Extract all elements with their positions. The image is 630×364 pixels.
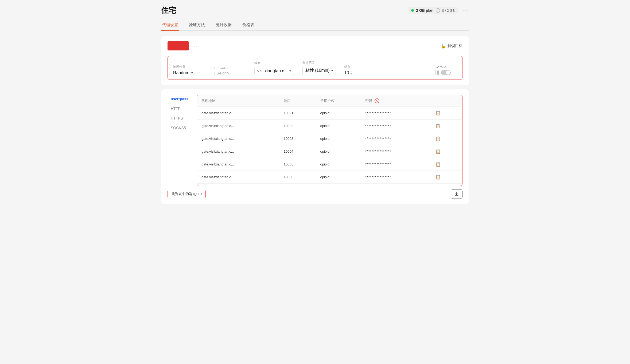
tab-auth-methods[interactable]: 验证方法 bbox=[188, 20, 206, 31]
cell-user: opioid bbox=[316, 145, 361, 158]
proxy-table-scroll[interactable]: 代理地址 端口 子用户名 密码 🚫 bbox=[197, 95, 462, 186]
filter-endpoints-group: 端点 10 ▲ ▼ bbox=[344, 65, 376, 75]
download-icon bbox=[454, 192, 459, 196]
cell-addr: gate.visitxiangtan.c... bbox=[197, 132, 279, 145]
cell-copy[interactable]: 📋 bbox=[430, 171, 462, 184]
cell-addr: gate.visitxiangtan.c... bbox=[197, 171, 279, 184]
th-actions bbox=[430, 95, 462, 107]
copy-button[interactable]: 📋 bbox=[434, 110, 442, 116]
filter-endpoints-label: 端点 bbox=[344, 65, 376, 69]
endpoints-value: 10 bbox=[344, 70, 349, 75]
copy-button[interactable]: 📋 bbox=[434, 174, 442, 180]
copy-button[interactable]: 📋 bbox=[434, 161, 442, 167]
endpoints-input: 10 ▲ ▼ bbox=[344, 70, 376, 75]
header-more-button[interactable]: ··· bbox=[463, 7, 469, 14]
cell-password: **************** bbox=[361, 120, 430, 132]
eye-slash-icon[interactable]: 🚫 bbox=[374, 98, 380, 103]
spin-up-icon[interactable]: ▲ bbox=[350, 71, 352, 73]
cell-addr: gate.visitxiangtan.c... bbox=[197, 158, 279, 171]
toggle-thumb bbox=[446, 70, 450, 75]
cell-password: **************** bbox=[361, 132, 430, 145]
cell-copy[interactable]: 📋 bbox=[430, 132, 462, 145]
tab-pricing[interactable]: 价格表 bbox=[241, 20, 255, 31]
header-right: 2 GB plan i 0 / 2 GB ··· bbox=[407, 7, 469, 14]
cell-copy[interactable]: 📋 bbox=[430, 107, 462, 120]
filter-zip-value: USA only bbox=[214, 71, 229, 75]
layout-lines-icon bbox=[435, 70, 439, 75]
cell-user: opioid bbox=[316, 184, 361, 186]
layout-toggle[interactable] bbox=[441, 70, 451, 75]
cell-user: opioid bbox=[316, 171, 361, 184]
filter-session-select[interactable]: 粘性 (10min) ▾ bbox=[302, 66, 336, 75]
cell-copy[interactable]: 📋 bbox=[430, 120, 462, 132]
cell-port: 10004 bbox=[279, 145, 316, 158]
layout-toggle-container bbox=[435, 70, 457, 75]
page-title: 住宅 bbox=[161, 5, 176, 15]
spin-down-icon[interactable]: ▼ bbox=[350, 73, 352, 75]
footer-row: 此列表中的端点: 10 bbox=[168, 189, 462, 199]
table-row: gate.visitxiangtan.c... 10002 opioid ***… bbox=[197, 120, 462, 132]
filter-domain-group: 域名 visitxiangtan.c... ▾ bbox=[254, 61, 294, 75]
layout-line-2 bbox=[437, 70, 438, 75]
unlock-button[interactable]: 🔓 解锁目标 bbox=[441, 43, 462, 49]
cell-password: **************** bbox=[361, 158, 430, 171]
filter-geo-select[interactable]: Random ▾ bbox=[173, 70, 205, 75]
filter-section: 地理位置 Random ▾ ZIP CODE USA only 域名 visit… bbox=[168, 56, 462, 80]
proxy-table-body: gate.visitxiangtan.c... 10001 opioid ***… bbox=[197, 107, 462, 186]
cell-addr: gate.visitxiangtan.c... bbox=[197, 145, 279, 158]
plan-info-icon[interactable]: i bbox=[436, 8, 440, 13]
cell-addr: gate.visitxiangtan.c... bbox=[197, 107, 279, 120]
cell-user: opioid bbox=[316, 107, 361, 120]
main-tabs: 代理设置 验证方法 统计数据 价格表 bbox=[161, 20, 469, 31]
side-tabs: user:pass HTTP HTTPS SOCKS5 bbox=[168, 95, 197, 186]
cell-port: 10005 bbox=[279, 158, 316, 171]
filter-layout-group: LAYOUT bbox=[435, 65, 457, 75]
side-tab-userpass[interactable]: user:pass bbox=[168, 95, 192, 103]
copy-button[interactable]: 📋 bbox=[434, 136, 442, 142]
endpoints-spinner[interactable]: ▲ ▼ bbox=[350, 71, 352, 75]
table-row: gate.visitxiangtan.c... 10004 opioid ***… bbox=[197, 145, 462, 158]
unlock-label: 解锁目标 bbox=[448, 43, 462, 48]
red-block bbox=[168, 41, 189, 50]
cell-copy[interactable]: 📋 bbox=[430, 158, 462, 171]
cell-port: 10003 bbox=[279, 132, 316, 145]
proxy-table-head: 代理地址 端口 子用户名 密码 🚫 bbox=[197, 95, 462, 107]
filter-geo-label: 地理位置 bbox=[173, 65, 205, 69]
lock-icon: 🔓 bbox=[441, 43, 446, 49]
filter-geo-value: Random bbox=[173, 70, 189, 75]
plan-status-dot bbox=[411, 9, 414, 12]
card-header: ··· 🔓 解锁目标 bbox=[168, 41, 462, 50]
filter-session-group: 会话类型 粘性 (10min) ▾ bbox=[302, 60, 336, 75]
filter-domain-select[interactable]: visitxiangtan.c... ▾ bbox=[254, 67, 294, 75]
cell-copy[interactable]: 📋 bbox=[430, 145, 462, 158]
tab-stats[interactable]: 统计数据 bbox=[215, 20, 233, 31]
header: 住宅 2 GB plan i 0 / 2 GB ··· bbox=[161, 5, 469, 15]
side-tab-http[interactable]: HTTP bbox=[168, 104, 192, 113]
filter-geo-group: 地理位置 Random ▾ bbox=[173, 65, 205, 75]
download-button[interactable] bbox=[451, 189, 462, 199]
side-tab-socks5[interactable]: SOCKS5 bbox=[168, 124, 192, 132]
cell-copy[interactable]: 📋 bbox=[430, 184, 462, 186]
card-more-button[interactable]: ··· bbox=[192, 43, 198, 49]
cell-user: opioid bbox=[316, 132, 361, 145]
layout-line-3 bbox=[438, 70, 439, 75]
copy-button[interactable]: 📋 bbox=[434, 148, 442, 155]
side-tab-https[interactable]: HTTPS bbox=[168, 114, 192, 122]
cell-user: opioid bbox=[316, 158, 361, 171]
cell-password: **************** bbox=[361, 171, 430, 184]
tab-proxy-settings[interactable]: 代理设置 bbox=[161, 20, 179, 31]
cell-addr: gate.visitxiangtan.c... bbox=[197, 184, 279, 186]
proxy-table: 代理地址 端口 子用户名 密码 🚫 bbox=[197, 95, 462, 186]
plan-usage: 0 / 2 GB bbox=[442, 9, 455, 13]
filter-layout-label: LAYOUT bbox=[435, 65, 457, 68]
th-proxy-addr: 代理地址 bbox=[197, 95, 279, 107]
filter-zip-label: ZIP CODE bbox=[214, 66, 246, 69]
filter-domain-label: 域名 bbox=[254, 61, 294, 65]
filter-session-label: 会话类型 bbox=[302, 60, 336, 64]
table-header-row: 代理地址 端口 子用户名 密码 🚫 bbox=[197, 95, 462, 107]
layout-line-1 bbox=[435, 70, 436, 75]
table-row: gate.visitxiangtan.c... 10006 opioid ***… bbox=[197, 171, 462, 184]
filter-zip-display: USA only bbox=[214, 71, 246, 75]
copy-button[interactable]: 📋 bbox=[434, 123, 442, 129]
th-port: 端口 bbox=[279, 95, 316, 107]
